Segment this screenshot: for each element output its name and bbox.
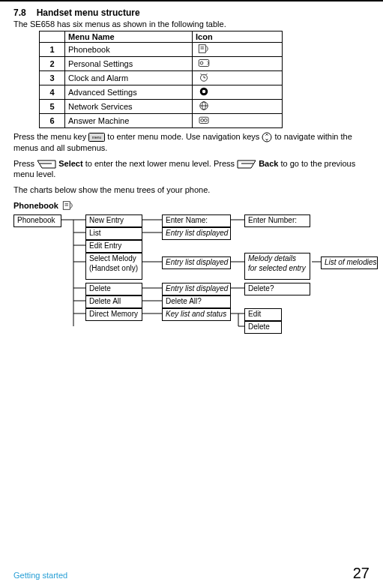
row-icon xyxy=(193,57,283,71)
advanced-icon xyxy=(197,86,211,97)
col-name: Menu Name xyxy=(65,32,193,43)
paragraph-2: Press Select to enter the next lower men… xyxy=(13,158,370,179)
tree-key-list: Key list and status xyxy=(162,308,231,321)
table-row: 3 Clock and Alarm xyxy=(40,71,283,86)
table-row: 1 Phonebook xyxy=(40,43,283,57)
tree-delete-q: Delete? xyxy=(244,283,310,296)
row-icon xyxy=(193,43,283,57)
para2-select: Select xyxy=(56,159,82,168)
table-row: 6 Answer Machine xyxy=(40,114,283,128)
tree-edit-entry: Edit Entry xyxy=(85,240,142,253)
para2-c: to enter the next lower menu level. Pres… xyxy=(83,159,237,168)
section-heading: 7.8Handset menu structure xyxy=(13,8,370,18)
row-num: 6 xyxy=(40,114,65,128)
tree-edit: Edit xyxy=(244,308,282,321)
phonebook-subheading: Phonebook xyxy=(13,200,370,211)
page-number: 27 xyxy=(353,565,370,582)
svg-point-20 xyxy=(262,133,271,142)
row-name: Advanced Settings xyxy=(65,86,193,100)
tree-direct-memory: Direct Memory xyxy=(85,308,142,321)
tree-delete: Delete xyxy=(85,283,142,296)
para2-back: Back xyxy=(256,159,278,168)
row-num: 4 xyxy=(40,86,65,100)
svg-point-11 xyxy=(202,90,206,94)
nav-key-icon xyxy=(262,132,272,142)
row-name: Answer Machine xyxy=(65,114,193,128)
svg-line-8 xyxy=(201,74,202,76)
network-icon xyxy=(197,100,211,111)
row-num: 3 xyxy=(40,71,65,86)
svg-text:menu: menu xyxy=(92,135,102,140)
tree-select-melody-2: (Handset only) xyxy=(89,264,138,272)
page-footer: Getting started 27 xyxy=(13,565,370,582)
row-num: 2 xyxy=(40,57,65,71)
section-number: 7.8 xyxy=(13,8,26,18)
footer-section: Getting started xyxy=(13,571,67,580)
row-name: Personal Settings xyxy=(65,57,193,71)
tree-list: List xyxy=(85,227,142,240)
tree-entry-list-3: Entry list displayed xyxy=(162,283,231,296)
answer-icon xyxy=(197,115,211,125)
table-row: 5 Network Services xyxy=(40,100,283,114)
para1-a: Press the menu key xyxy=(13,132,88,141)
table-row: 2 Personal Settings xyxy=(40,57,283,71)
row-name: Clock and Alarm xyxy=(65,71,193,86)
tree-list-melodies: List of melodies xyxy=(321,256,378,269)
paragraph-3: The charts below show the menu trees of … xyxy=(13,184,370,195)
tree-enter-name: Enter Name: xyxy=(162,214,231,227)
table-row: 4 Advanced Settings xyxy=(40,86,283,100)
para2-a: Press xyxy=(13,159,37,168)
para1-b: to enter menu mode. Use navigation keys xyxy=(105,132,262,141)
tree-delete-all: Delete All xyxy=(85,296,142,308)
tree-delete2: Delete xyxy=(244,321,282,334)
intro-text: The SE658 has six menus as shown in the … xyxy=(13,20,370,28)
subheading-text: Phonebook xyxy=(13,201,58,210)
tree-new-entry: New Entry xyxy=(85,214,142,227)
phonebook-icon xyxy=(61,200,75,211)
svg-point-16 xyxy=(201,119,204,122)
phonebook-tree: Phonebook New Entry List Edit Entry Sele… xyxy=(13,214,370,356)
svg-point-17 xyxy=(204,119,207,122)
row-icon xyxy=(193,114,283,128)
row-num: 1 xyxy=(40,43,65,57)
svg-point-4 xyxy=(200,62,203,64)
row-num: 5 xyxy=(40,100,65,114)
tree-entry-list-2: Entry list displayed xyxy=(162,256,231,269)
tree-delete-all-q: Delete All? xyxy=(162,296,231,308)
tree-melody-details: Melody details for selected entry xyxy=(244,253,310,280)
tree-melody-details-2: for selected entry xyxy=(248,264,306,272)
menu-table: Menu Name Icon 1 Phonebook 2 Personal Se… xyxy=(39,31,283,128)
svg-line-9 xyxy=(205,74,207,76)
personal-icon xyxy=(197,58,211,68)
row-name: Phonebook xyxy=(65,43,193,57)
tree-select-melody: Select Melody (Handset only) xyxy=(85,253,142,280)
col-icon: Icon xyxy=(193,32,283,43)
tree-enter-number: Enter Number: xyxy=(244,214,310,227)
clock-icon xyxy=(197,72,211,82)
tree-melody-details-1: Melody details xyxy=(248,254,296,262)
right-softkey-icon xyxy=(237,160,256,169)
row-icon xyxy=(193,100,283,114)
menu-key-icon: menu xyxy=(88,133,105,142)
left-softkey-icon xyxy=(37,160,56,169)
row-icon xyxy=(193,86,283,100)
tree-phonebook: Phonebook xyxy=(13,214,61,227)
tree-select-melody-1: Select Melody xyxy=(89,254,136,262)
section-title: Handset menu structure xyxy=(37,8,140,18)
paragraph-1: Press the menu key menu to enter menu mo… xyxy=(13,131,370,153)
col-blank xyxy=(40,32,65,43)
row-name: Network Services xyxy=(65,100,193,114)
tree-entry-list-1: Entry list displayed xyxy=(162,227,231,240)
row-icon xyxy=(193,71,283,86)
phonebook-icon xyxy=(197,44,211,54)
